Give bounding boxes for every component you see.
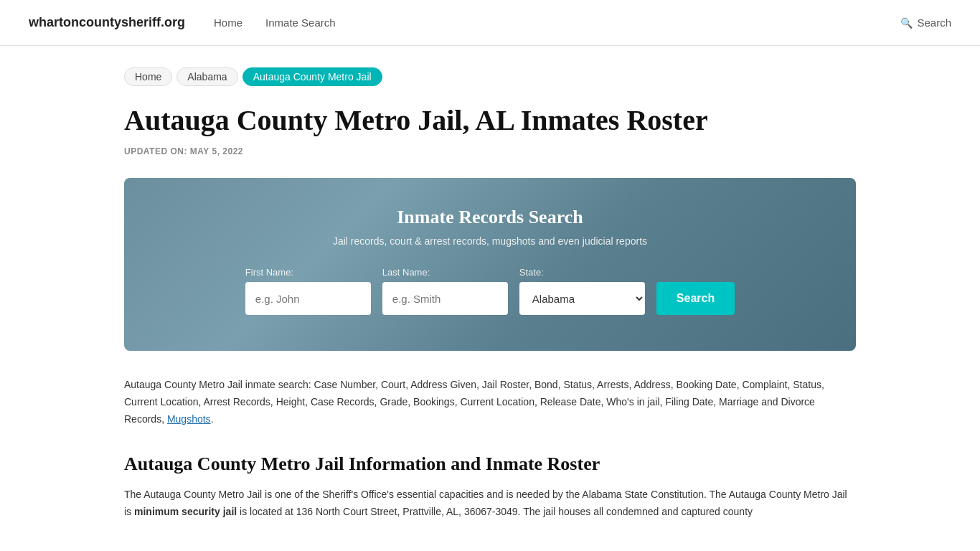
state-select[interactable]: Alabama Alaska Arizona Arkansas Californ…: [519, 282, 645, 315]
last-name-label: Last Name:: [382, 267, 430, 278]
search-form: First Name: Last Name: State: Alabama Al…: [167, 267, 813, 315]
nav-search[interactable]: 🔍 Search: [900, 17, 951, 29]
first-name-group: First Name:: [245, 267, 371, 315]
mugshots-link[interactable]: Mugshots: [167, 413, 211, 425]
first-name-input[interactable]: [245, 282, 371, 315]
updated-on: UPDATED ON: MAY 5, 2022: [124, 146, 856, 156]
state-label: State:: [519, 267, 544, 278]
search-button[interactable]: Search: [656, 282, 735, 315]
section-body: The Autauga County Metro Jail is one of …: [124, 486, 856, 521]
nav-search-label: Search: [917, 17, 951, 29]
main-content: Home Alabama Autauga County Metro Jail A…: [95, 46, 885, 550]
search-widget-title: Inmate Records Search: [167, 207, 813, 228]
search-widget: Inmate Records Search Jail records, cour…: [124, 178, 856, 351]
search-widget-subtitle: Jail records, court & arrest records, mu…: [167, 235, 813, 247]
description-text: Autauga County Metro Jail inmate search:…: [124, 377, 856, 428]
breadcrumb-home[interactable]: Home: [124, 67, 172, 86]
navbar: whartoncountysheriff.org Home Inmate Sea…: [0, 0, 980, 46]
brand-logo[interactable]: whartoncountysheriff.org: [29, 15, 185, 30]
search-icon: 🔍: [900, 17, 913, 29]
last-name-input[interactable]: [382, 282, 508, 315]
breadcrumb-alabama[interactable]: Alabama: [176, 67, 237, 86]
page-title: Autauga County Metro Jail, AL Inmates Ro…: [124, 103, 856, 138]
state-group: State: Alabama Alaska Arizona Arkansas C…: [519, 267, 645, 315]
breadcrumb: Home Alabama Autauga County Metro Jail: [124, 67, 856, 86]
nav-home-link[interactable]: Home: [214, 17, 242, 29]
nav-inmate-search-link[interactable]: Inmate Search: [265, 17, 336, 29]
last-name-group: Last Name:: [382, 267, 508, 315]
section-title: Autauga County Metro Jail Information an…: [124, 453, 856, 475]
breadcrumb-current[interactable]: Autauga County Metro Jail: [242, 67, 382, 86]
first-name-label: First Name:: [245, 267, 293, 278]
nav-links: Home Inmate Search: [214, 17, 900, 29]
